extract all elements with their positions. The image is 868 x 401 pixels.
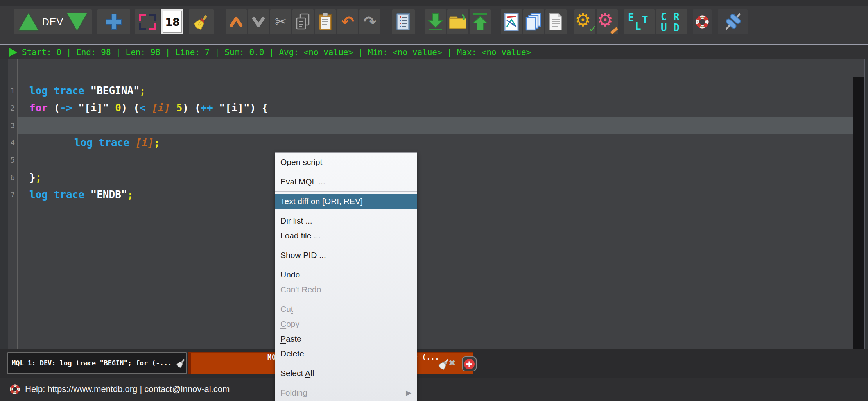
chevron-down-icon xyxy=(252,16,265,28)
report-button[interactable] xyxy=(392,9,415,34)
redo-button[interactable]: ↷ xyxy=(359,9,380,34)
code-line[interactable]: for (-> "[i]" 0) (< [i] 5) (++ "[i]") { xyxy=(29,99,268,116)
menu-item-load-file[interactable]: Load file ... xyxy=(275,228,417,243)
code-token: log trace xyxy=(29,189,91,200)
code-token: -> xyxy=(60,102,72,114)
new-script-button[interactable] xyxy=(97,9,130,34)
crud-letter-u: U xyxy=(661,22,667,34)
env-down-icon[interactable] xyxy=(67,13,87,30)
plus-icon xyxy=(104,13,123,31)
menu-separator xyxy=(275,191,417,192)
font-size-control[interactable]: 18 xyxy=(161,9,184,34)
nav-up-button[interactable] xyxy=(226,9,247,34)
line-number: 4 xyxy=(8,134,15,151)
settings-ok-button[interactable]: ⚙ ✓ xyxy=(574,9,595,34)
code-line[interactable]: log trace "BEGINA"; xyxy=(29,82,145,99)
menu-item-text-diff-on-ori-rev[interactable]: Text diff on [ORI, REV] xyxy=(275,194,417,209)
submenu-arrow-icon: ▶ xyxy=(406,385,411,400)
close-tab-icon[interactable]: ✖ xyxy=(448,359,456,367)
code-token: < xyxy=(140,102,146,114)
chart-icon xyxy=(504,13,519,31)
plug-icon xyxy=(722,11,744,33)
settings-edit-button[interactable]: ⚙ xyxy=(597,9,618,34)
menu-item-cut: Cut xyxy=(275,302,417,317)
menu-item-can-t-redo: Can't Redo xyxy=(275,282,417,297)
code-token: log trace xyxy=(29,85,91,97)
code-token: "ENDB" xyxy=(91,189,127,200)
help-button[interactable] xyxy=(693,9,712,34)
code-token: ; xyxy=(36,172,42,183)
elt-letter-t: T xyxy=(642,14,648,26)
menu-item-select-all[interactable]: Select All xyxy=(275,366,417,381)
code-token: ) { xyxy=(250,102,268,114)
gutter-divider xyxy=(17,59,18,349)
add-icon: + xyxy=(464,359,475,369)
scissors-icon: ✂ xyxy=(275,15,287,29)
menu-separator xyxy=(275,245,417,245)
copy-button[interactable] xyxy=(292,9,314,34)
code-token xyxy=(145,102,152,114)
code-token: [i] xyxy=(136,137,154,149)
code-line[interactable]: }; xyxy=(29,169,41,186)
editor-scrollbar[interactable] xyxy=(853,77,864,349)
code-token: } xyxy=(29,172,36,183)
toolbar: DEV 18 ✂ xyxy=(0,0,868,44)
undo-button[interactable]: ↶ xyxy=(337,9,358,34)
env-up-icon[interactable] xyxy=(19,13,38,30)
paste-icon xyxy=(318,13,333,31)
line-number: 7 xyxy=(8,186,15,203)
broom-icon[interactable] xyxy=(176,357,186,369)
elt-button[interactable]: E L T xyxy=(624,9,655,34)
code-token xyxy=(213,102,219,114)
code-token: ) ( xyxy=(121,102,140,114)
menu-separator xyxy=(275,363,417,363)
report-icon xyxy=(396,13,411,31)
code-editor[interactable]: 1log trace "BEGINA";2for (-> "[i]" 0) (<… xyxy=(8,59,865,349)
crud-letter-c: C xyxy=(661,11,667,23)
code-line[interactable]: log trace [i]; xyxy=(74,134,160,151)
code-token: ; xyxy=(127,189,133,200)
add-tab-button[interactable]: + xyxy=(462,356,477,371)
select-region-button[interactable] xyxy=(135,9,160,34)
font-size-value[interactable]: 18 xyxy=(163,11,182,33)
code-token: ++ xyxy=(201,102,213,114)
menu-item-undo[interactable]: Undo xyxy=(275,267,417,282)
connector-button[interactable] xyxy=(718,9,748,34)
menu-item-show-pid[interactable]: Show PID ... xyxy=(275,248,417,263)
code-token: [i] xyxy=(152,102,170,114)
gear-edit-icon: ⚙ xyxy=(597,11,613,29)
open-folder-button[interactable] xyxy=(447,9,468,34)
crud-button[interactable]: C R U D xyxy=(656,9,687,34)
import-button[interactable] xyxy=(425,9,446,34)
code-line[interactable]: log trace "ENDB"; xyxy=(29,186,133,203)
menu-item-paste[interactable]: Paste xyxy=(275,331,417,346)
menu-item-open-script[interactable]: Open script xyxy=(275,155,417,170)
code-token: "[i]" xyxy=(78,102,109,114)
help-bar: Help: https://www.mentdb.org | contact@i… xyxy=(0,378,868,401)
code-token: ( xyxy=(54,102,60,114)
help-text: Help: https://www.mentdb.org | contact@i… xyxy=(25,384,230,394)
export-button[interactable] xyxy=(470,9,491,34)
pages-button[interactable] xyxy=(523,9,544,34)
menu-item-dir-list[interactable]: Dir list ... xyxy=(275,213,417,228)
document-icon xyxy=(549,13,563,31)
copy-icon xyxy=(296,13,310,30)
line-number: 2 xyxy=(8,99,15,116)
tab-mql-1[interactable]: MQL 1: DEV: log trace "BEGIN"; for (-... xyxy=(7,352,187,374)
code-token: ) ( xyxy=(182,102,201,114)
current-line-highlight xyxy=(18,117,853,134)
menu-item-eval-mql[interactable]: Eval MQL ... xyxy=(275,174,417,189)
document-button[interactable] xyxy=(545,9,567,34)
menu-item-delete[interactable]: Delete xyxy=(275,346,417,361)
env-label: DEV xyxy=(42,16,63,28)
chart-button[interactable] xyxy=(501,9,522,34)
nav-down-button[interactable] xyxy=(248,9,269,34)
stacked-pages-icon xyxy=(525,13,542,31)
cut-button[interactable]: ✂ xyxy=(270,9,291,34)
paste-button[interactable] xyxy=(315,9,336,34)
code-token xyxy=(170,102,176,114)
env-selector[interactable]: DEV xyxy=(14,9,92,34)
clean-button[interactable] xyxy=(189,9,214,34)
play-icon[interactable] xyxy=(9,48,17,57)
menu-separator xyxy=(275,172,417,172)
